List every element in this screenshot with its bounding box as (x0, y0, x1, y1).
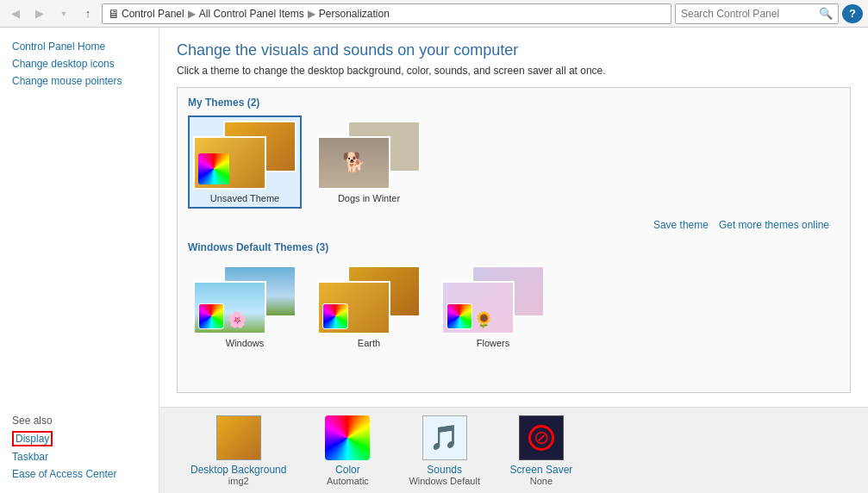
color-wheel-icon (198, 153, 229, 184)
windows-default-section: Windows Default Themes (3) 🌸 (188, 241, 840, 353)
sidebar-item-change-desktop-icons[interactable]: Change desktop icons (0, 55, 159, 72)
screen-saver-item[interactable]: ⊘ Screen Saver None (494, 409, 589, 493)
address-bar: ◀ ▶ ▼ ↑ 🖥 Control Panel ▶ All Control Pa… (0, 0, 868, 28)
screen-saver-sublabel: None (530, 476, 553, 486)
flowers-color-wheel (446, 303, 472, 329)
thumb-flowers-stack: 🌻 (441, 265, 545, 334)
thumb-front-flowers: 🌻 (441, 281, 515, 334)
sidebar-item-ease-of-access[interactable]: Ease of Access Center (0, 465, 159, 483)
page-subtitle: Click a theme to change the desktop back… (177, 65, 851, 77)
thumb-windows-stack: 🌸 (193, 265, 297, 334)
get-more-themes-link[interactable]: Get more themes online (719, 219, 829, 231)
earth-color-wheel (322, 303, 348, 329)
theme-flowers-label: Flowers (477, 338, 510, 348)
thumb-dogs-stack: 🐕 (317, 121, 421, 190)
windows-color-wheel (198, 303, 224, 329)
sounds-label: Sounds (427, 464, 462, 476)
theme-windows-label: Windows (226, 338, 265, 348)
sidebar-item-change-mouse-pointers[interactable]: Change mouse pointers (0, 72, 159, 90)
sidebar-item-taskbar[interactable]: Taskbar (0, 448, 159, 465)
thumb-unsaved-stack (193, 121, 297, 190)
theme-unsaved[interactable]: Unsaved Theme (188, 115, 302, 209)
screen-saver-label: Screen Saver (510, 464, 573, 476)
content-panel: Change the visuals and sounds on your co… (159, 28, 868, 407)
thumb-front-unsaved (193, 136, 266, 190)
thumb-earth-stack (317, 265, 421, 334)
sidebar-item-display[interactable]: Display (12, 431, 53, 446)
see-also-label: See also (0, 412, 159, 429)
windows-themes-row: 🌸 Windows (188, 260, 840, 353)
breadcrumb[interactable]: 🖥 Control Panel ▶ All Control Panel Item… (102, 3, 671, 24)
up-button[interactable]: ↑ (78, 4, 98, 23)
forward-button[interactable]: ▶ (29, 4, 50, 23)
themes-scroll[interactable]: My Themes (2) Unsaved Theme (178, 88, 850, 392)
theme-dogs[interactable]: 🐕 Dogs in Winter (312, 115, 426, 209)
search-box[interactable]: 🔍 (675, 3, 839, 24)
thumb-front-windows: 🌸 (193, 281, 266, 334)
color-label: Color (335, 464, 360, 476)
breadcrumb-personalization: Personalization (319, 8, 390, 20)
theme-earth-label: Earth (358, 338, 380, 348)
theme-unsaved-label: Unsaved Theme (210, 193, 280, 203)
sounds-item[interactable]: 🎵 Sounds Windows Default (395, 409, 494, 493)
color-item[interactable]: Color Automatic (300, 409, 395, 493)
breadcrumb-icon: 🖥 (108, 7, 120, 21)
breadcrumb-sep-1: ▶ (188, 8, 196, 20)
sounds-sublabel: Windows Default (409, 476, 480, 486)
theme-windows[interactable]: 🌸 Windows (188, 260, 302, 353)
search-icon: 🔍 (819, 7, 833, 20)
breadcrumb-control-panel: Control Panel (122, 8, 184, 20)
theme-flowers[interactable]: 🌻 Flowers (436, 260, 550, 353)
dog-emoji: 🐕 (342, 152, 365, 174)
main-layout: Control Panel Home Change desktop icons … (0, 28, 868, 493)
help-button[interactable]: ? (842, 4, 863, 23)
recent-pages-button[interactable]: ▼ (53, 4, 74, 23)
desktop-background-item[interactable]: Desktop Background img2 (177, 409, 300, 493)
theme-dogs-label: Dogs in Winter (338, 193, 400, 203)
sidebar-item-control-panel-home[interactable]: Control Panel Home (0, 38, 159, 55)
display-link-box: Display (12, 431, 147, 446)
sounds-icon: 🎵 (422, 415, 467, 460)
speaker-emoji: 🎵 (429, 423, 459, 452)
my-themes-label: My Themes (2) (188, 97, 840, 109)
thumb-front-dogs: 🐕 (317, 136, 390, 190)
screen-saver-icon: ⊘ (519, 415, 564, 460)
color-sublabel: Automatic (327, 476, 369, 486)
sunflower-icon: 🌻 (474, 310, 493, 329)
bottom-panel: Desktop Background img2 Color Automatic … (159, 407, 868, 493)
breadcrumb-sep-2: ▶ (308, 8, 315, 20)
theme-earth[interactable]: Earth (312, 260, 426, 353)
flower-icon: 🌸 (228, 310, 247, 329)
sidebar: Control Panel Home Change desktop icons … (0, 28, 159, 493)
save-theme-link[interactable]: Save theme (653, 219, 709, 231)
dogs-img: 🐕 (319, 138, 389, 188)
save-theme-bar: Save theme Get more themes online (188, 215, 840, 236)
breadcrumb-all-items: All Control Panel Items (199, 8, 304, 20)
no-symbol-icon: ⊘ (528, 425, 554, 451)
search-input[interactable] (681, 8, 815, 20)
desktop-background-sublabel: img2 (228, 476, 249, 486)
content-area: Change the visuals and sounds on your co… (159, 28, 868, 493)
thumb-front-earth (317, 281, 390, 334)
desktop-background-label: Desktop Background (190, 464, 286, 476)
back-button[interactable]: ◀ (5, 4, 26, 23)
themes-panel: My Themes (2) Unsaved Theme (177, 87, 851, 393)
desktop-bg-icon (216, 415, 261, 460)
color-icon (325, 415, 370, 460)
my-themes-row: Unsaved Theme 🐕 (188, 115, 840, 209)
windows-default-label: Windows Default Themes (3) (188, 241, 840, 253)
page-title: Change the visuals and sounds on your co… (177, 41, 851, 59)
